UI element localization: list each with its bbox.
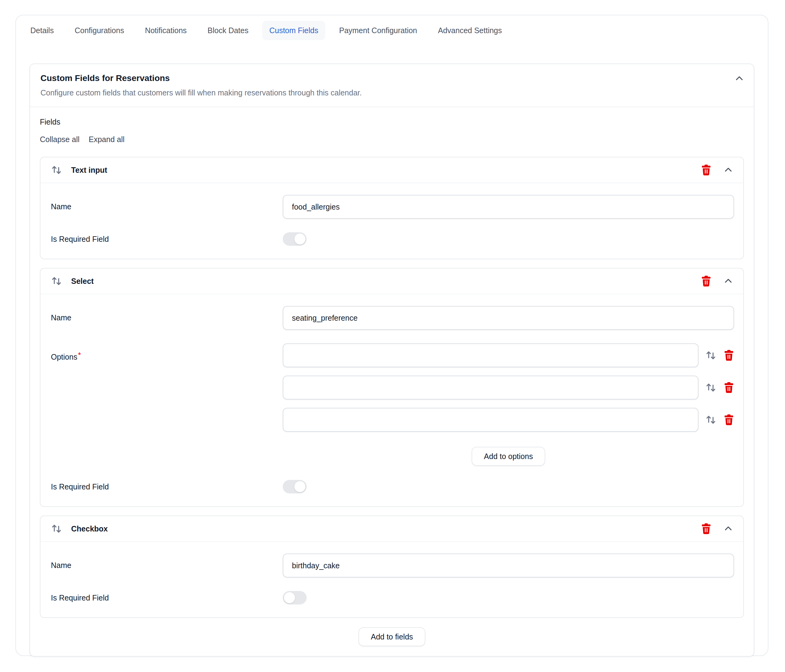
option-value-input[interactable] bbox=[283, 376, 699, 399]
toggle-knob bbox=[294, 481, 305, 492]
panel-description: Configure custom fields that customers w… bbox=[41, 88, 743, 97]
field-card-header: Select bbox=[41, 268, 743, 294]
tab-block-dates[interactable]: Block Dates bbox=[200, 21, 255, 40]
delete-option-button[interactable] bbox=[724, 349, 734, 361]
collapse-field-button[interactable] bbox=[723, 523, 733, 534]
tab-advanced-settings[interactable]: Advanced Settings bbox=[431, 21, 509, 40]
add-to-fields-button[interactable]: Add to fields bbox=[358, 627, 425, 646]
chevron-up-icon bbox=[723, 529, 733, 535]
field-card-body: Name Is Required Field bbox=[41, 542, 743, 617]
sort-arrows-icon bbox=[705, 357, 717, 362]
name-label: Name bbox=[50, 306, 283, 322]
chevron-up-icon bbox=[723, 171, 733, 176]
settings-window: Details Configurations Notifications Blo… bbox=[15, 15, 768, 656]
panel-title: Custom Fields for Reservations bbox=[41, 73, 743, 83]
field-card-header: Text input bbox=[41, 157, 743, 183]
delete-field-button[interactable] bbox=[701, 164, 712, 176]
sort-arrows-icon bbox=[51, 530, 63, 536]
option-reorder-handle[interactable] bbox=[705, 349, 717, 361]
is-required-toggle[interactable] bbox=[283, 480, 306, 493]
panel-body: Fields Collapse all Expand all Text inpu… bbox=[30, 107, 754, 656]
is-required-label: Is Required Field bbox=[50, 594, 283, 602]
field-card-body: Name Options* bbox=[41, 294, 743, 506]
name-label: Name bbox=[50, 195, 283, 211]
field-card-select: Select Name Options* bbox=[40, 268, 744, 507]
delete-option-button[interactable] bbox=[724, 382, 734, 393]
option-value-input[interactable] bbox=[283, 343, 699, 367]
tab-notifications[interactable]: Notifications bbox=[138, 21, 194, 40]
trash-icon bbox=[724, 389, 734, 394]
fields-bulk-actions: Collapse all Expand all bbox=[40, 135, 744, 144]
drag-reorder-handle[interactable] bbox=[51, 164, 63, 176]
panel-collapse-button[interactable] bbox=[734, 73, 744, 84]
field-card-text-input: Text input Name Is R bbox=[40, 157, 744, 259]
options-label: Options* bbox=[50, 343, 283, 362]
fields-section-label: Fields bbox=[40, 117, 744, 127]
is-required-label: Is Required Field bbox=[50, 235, 283, 244]
chevron-up-icon bbox=[734, 80, 744, 85]
options-list: Add to options bbox=[283, 343, 734, 466]
custom-fields-panel: Custom Fields for Reservations Configure… bbox=[30, 64, 754, 657]
option-row bbox=[283, 376, 734, 399]
collapse-field-button[interactable] bbox=[723, 276, 733, 286]
trash-icon bbox=[724, 357, 734, 362]
collapse-all-link[interactable]: Collapse all bbox=[40, 135, 80, 144]
option-reorder-handle[interactable] bbox=[705, 414, 717, 426]
tab-bar: Details Configurations Notifications Blo… bbox=[16, 15, 768, 40]
delete-field-button[interactable] bbox=[701, 523, 712, 534]
field-card-header: Checkbox bbox=[41, 516, 743, 542]
is-required-toggle[interactable] bbox=[283, 232, 306, 246]
trash-icon bbox=[701, 530, 712, 536]
required-asterisk: * bbox=[78, 351, 81, 359]
field-name-input[interactable] bbox=[283, 306, 734, 330]
drag-reorder-handle[interactable] bbox=[51, 275, 63, 287]
tab-details[interactable]: Details bbox=[23, 21, 61, 40]
trash-icon bbox=[724, 421, 734, 426]
is-required-label: Is Required Field bbox=[50, 482, 283, 491]
field-card-checkbox: Checkbox Name Is Req bbox=[40, 515, 744, 618]
field-type-title: Text input bbox=[71, 166, 107, 175]
option-value-input[interactable] bbox=[283, 408, 699, 432]
delete-option-button[interactable] bbox=[724, 414, 734, 426]
trash-icon bbox=[701, 283, 712, 288]
tab-payment-configuration[interactable]: Payment Configuration bbox=[332, 21, 424, 40]
name-label: Name bbox=[50, 553, 283, 570]
delete-field-button[interactable] bbox=[701, 275, 712, 287]
trash-icon bbox=[701, 172, 712, 177]
option-row bbox=[283, 343, 734, 367]
field-card-body: Name Is Required Field bbox=[41, 183, 743, 258]
chevron-up-icon bbox=[723, 282, 733, 287]
field-name-input[interactable] bbox=[283, 195, 734, 219]
tab-custom-fields[interactable]: Custom Fields bbox=[262, 21, 325, 40]
is-required-toggle[interactable] bbox=[283, 591, 306, 605]
drag-reorder-handle[interactable] bbox=[51, 523, 63, 534]
expand-all-link[interactable]: Expand all bbox=[89, 135, 125, 144]
toggle-knob bbox=[284, 592, 295, 603]
collapse-field-button[interactable] bbox=[723, 165, 733, 175]
option-reorder-handle[interactable] bbox=[705, 382, 717, 393]
add-to-options-button[interactable]: Add to options bbox=[472, 447, 545, 466]
sort-arrows-icon bbox=[51, 283, 63, 288]
field-name-input[interactable] bbox=[283, 553, 734, 578]
sort-arrows-icon bbox=[51, 172, 63, 177]
sort-arrows-icon bbox=[705, 389, 717, 394]
toggle-knob bbox=[294, 233, 305, 244]
option-row bbox=[283, 408, 734, 432]
field-type-title: Checkbox bbox=[71, 525, 108, 533]
sort-arrows-icon bbox=[705, 421, 717, 426]
options-label-text: Options bbox=[51, 352, 77, 361]
tab-configurations[interactable]: Configurations bbox=[67, 21, 131, 40]
field-type-title: Select bbox=[71, 277, 94, 286]
panel-header: Custom Fields for Reservations Configure… bbox=[30, 64, 754, 107]
